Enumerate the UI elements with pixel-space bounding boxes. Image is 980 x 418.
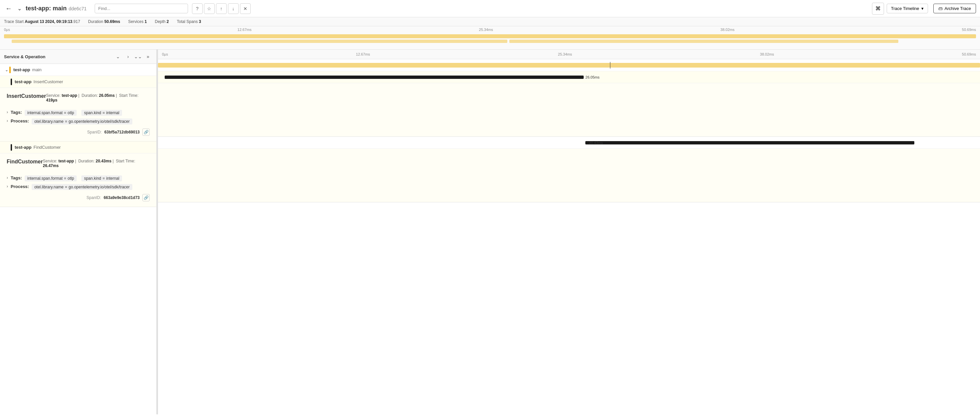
detail-title-3: FindCustomer xyxy=(7,159,43,165)
span-link-icon-3[interactable]: 🔗 xyxy=(142,194,150,201)
archive-icon: 🗃 xyxy=(938,6,943,11)
trace-title: test-app: main dde6c71 xyxy=(25,5,87,12)
header: ← ⌄ test-app: main dde6c71 ? ☆ ↑ ↓ ✕ ⌘ T… xyxy=(0,0,980,17)
duration: Duration 50.69ms xyxy=(88,19,120,24)
tags-label-2: Tags: xyxy=(11,110,22,115)
span-id-label-3: SpanID: xyxy=(87,195,101,200)
span-op-3: FindCustomer xyxy=(33,145,61,150)
tag-val-2-1: internal xyxy=(107,111,119,115)
span-service-3: test-app xyxy=(15,145,32,150)
timeline-minimap[interactable]: 0μs 12.67ms 25.34ms 38.02ms 50.69ms xyxy=(0,26,980,49)
search-input[interactable] xyxy=(95,4,188,13)
meta-bar: Trace Start August 13 2024, 09:19:13.917… xyxy=(0,17,980,26)
trace-id: dde6c71 xyxy=(68,6,87,11)
down-button[interactable]: ↓ xyxy=(228,3,239,14)
tr-0: 0μs xyxy=(162,52,168,56)
span-bar-container-1 xyxy=(158,59,980,71)
chevron-down-icon: ▾ xyxy=(921,6,924,11)
header-icons: ? ☆ ↑ ↓ ✕ xyxy=(192,3,251,14)
detail-panel-3: FindCustomer Service: test-app | Duratio… xyxy=(0,154,156,207)
span-timeline-3[interactable]: 20.43ms xyxy=(158,137,980,149)
cmd-button[interactable]: ⌘ xyxy=(872,3,884,15)
process-tag-2: otel.library.name = go.opentelemetry.io/… xyxy=(32,119,132,125)
archive-trace-button[interactable]: 🗃 Archive Trace xyxy=(933,4,976,13)
span-link-icon-2[interactable]: 🔗 xyxy=(142,128,150,136)
tag-key-2-1: span.kind xyxy=(84,111,101,115)
span-id-label-2: SpanID: xyxy=(88,130,102,135)
tag-item-3-1: span.kind=internal xyxy=(81,176,122,181)
collapse-btn[interactable]: ⌄ xyxy=(114,52,123,61)
process-tag-3: otel.library.name=go.opentelemetry.io/ot… xyxy=(32,184,132,190)
span-row-1[interactable]: ⌄ test-app main xyxy=(0,64,156,76)
ruler-4: 50.69ms xyxy=(962,28,976,32)
minimap-bar-3 xyxy=(509,40,898,43)
back-button[interactable]: ← xyxy=(4,3,13,14)
span-bar-3 xyxy=(585,141,914,144)
timeline-detail-3 xyxy=(158,149,980,202)
depth: Depth 2 xyxy=(155,19,169,24)
tags-toggle-3[interactable]: › xyxy=(7,176,8,180)
tr-4: 50.69ms xyxy=(962,52,976,56)
close-button[interactable]: ✕ xyxy=(240,3,251,14)
span-op-1: main xyxy=(32,67,42,72)
span-timeline-2[interactable]: 26.05ms xyxy=(158,71,980,83)
expand-btn[interactable]: › xyxy=(124,52,132,61)
ruler-3: 38.02ms xyxy=(720,28,734,32)
span-row-3[interactable]: test-app FindCustomer xyxy=(0,141,156,154)
timeline-ruler-row: 0μs 12.67ms 25.34ms 38.02ms 50.69ms xyxy=(158,49,980,59)
span-row-2[interactable]: test-app InsertCustomer xyxy=(0,76,156,88)
tr-2: 25.34ms xyxy=(558,52,572,56)
span-id-val-2: 63bf5a712db69013 xyxy=(104,130,140,135)
span-id-val-3: 663a9e9e38cd1d73 xyxy=(103,195,140,200)
service-header-controls: ⌄ › ⌄⌄ » xyxy=(114,52,152,61)
span-bar-2 xyxy=(165,76,584,79)
process-toggle-2[interactable]: › xyxy=(7,119,8,123)
ruler-2: 25.34ms xyxy=(479,28,493,32)
star-button[interactable]: ☆ xyxy=(204,3,215,14)
detail-panel-2: InsertCustomer Service: test-app | Durat… xyxy=(0,88,156,141)
tag-item-2-0: internal.span.format = otlp xyxy=(25,110,77,116)
trace-start: Trace Start August 13 2024, 09:19:13.917 xyxy=(4,19,80,24)
expand-all-btn[interactable]: » xyxy=(144,52,152,61)
detail-tags-row-3: › Tags: internal.span.format=otlp span.k… xyxy=(7,174,150,183)
span-id-row-3: SpanID: 663a9e9e38cd1d73 🔗 xyxy=(7,192,150,201)
span-duration-label-2: 26.05ms xyxy=(585,75,599,79)
ruler-1: 12.67ms xyxy=(237,28,251,32)
detail-process-row-2: › Process: otel.library.name = go.opente… xyxy=(7,117,150,126)
chevron-button[interactable]: ⌄ xyxy=(16,4,23,13)
total-spans: Total Spans 3 xyxy=(177,19,201,24)
help-button[interactable]: ? xyxy=(192,3,203,14)
service-op-header: Service & Operation ⌄ › ⌄⌄ » xyxy=(0,49,156,64)
tag-item-2-1: span.kind = internal xyxy=(81,110,122,116)
left-panel: Service & Operation ⌄ › ⌄⌄ » ⌄ test-app … xyxy=(0,49,157,414)
tag-val-2-0: otlp xyxy=(68,111,74,115)
span-timeline-1[interactable] xyxy=(158,59,980,71)
tag-key-2-0: internal.span.format xyxy=(27,111,63,115)
archive-label: Archive Trace xyxy=(945,6,971,11)
tags-toggle-2[interactable]: › xyxy=(7,110,8,114)
process-toggle-3[interactable]: › xyxy=(7,184,8,189)
span-service-1: test-app xyxy=(13,67,30,72)
right-panel[interactable]: 0μs 12.67ms 25.34ms 38.02ms 50.69ms 26.0… xyxy=(158,49,980,414)
up-button[interactable]: ↑ xyxy=(216,3,227,14)
timeline-detail-2 xyxy=(158,83,980,137)
trace-title-text: test-app: main xyxy=(25,5,67,12)
collapse-all-btn[interactable]: ⌄⌄ xyxy=(134,52,142,61)
span-bar-container-2: 26.05ms xyxy=(158,71,980,83)
tr-3: 38.02ms xyxy=(760,52,774,56)
service-op-label: Service & Operation xyxy=(4,54,45,59)
header-right: ⌘ Trace Timeline ▾ 🗃 Archive Trace xyxy=(872,3,976,15)
minimap-bar-2 xyxy=(12,40,508,43)
detail-tags-row-2: › Tags: internal.span.format = otlp span… xyxy=(7,109,150,117)
trace-timeline-button[interactable]: Trace Timeline ▾ xyxy=(887,4,928,13)
span-id-row-2: SpanID: 63bf5a712db69013 🔗 xyxy=(7,126,150,136)
tags-label-3: Tags: xyxy=(11,176,22,180)
span-toggle-1[interactable]: ⌄ xyxy=(4,67,10,73)
detail-title-2: InsertCustomer xyxy=(7,93,46,99)
detail-process-row-3: › Process: otel.library.name=go.opentele… xyxy=(7,183,150,192)
span-duration-label-3: 20.43ms xyxy=(589,141,603,145)
span-color-2 xyxy=(11,79,12,85)
span-color-3 xyxy=(11,144,12,151)
tr-1: 12.67ms xyxy=(356,52,370,56)
span-marker-1 xyxy=(610,62,610,68)
